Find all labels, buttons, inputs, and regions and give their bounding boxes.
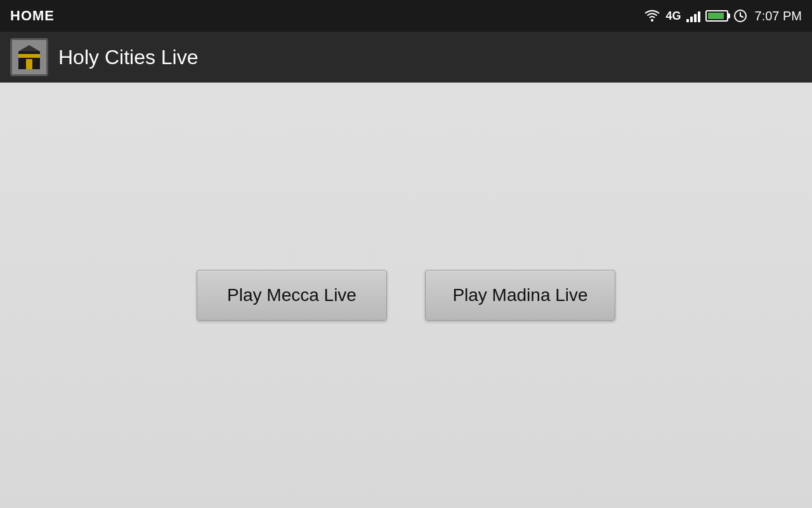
network-type-label: 4G [666, 10, 681, 23]
svg-rect-7 [26, 59, 32, 69]
app-title: Holy Cities Live [58, 46, 199, 69]
home-label: HOME [10, 8, 55, 24]
status-bar: HOME 4G [0, 0, 812, 32]
battery-icon [705, 10, 728, 22]
play-madina-button[interactable]: Play Madina Live [425, 270, 615, 321]
signal-bar-4 [698, 11, 700, 22]
wifi-icon [643, 9, 661, 23]
clock-icon [733, 9, 747, 23]
battery-body [705, 10, 728, 22]
status-icons: 4G 7:07 PM [643, 9, 802, 23]
battery-fill [708, 13, 724, 19]
signal-bar-2 [690, 17, 693, 22]
app-icon [10, 38, 48, 76]
main-content: Play Mecca Live Play Madina Live [0, 83, 812, 508]
svg-point-0 [651, 19, 653, 22]
signal-icon [686, 10, 700, 22]
svg-rect-6 [18, 54, 40, 58]
signal-bar-1 [686, 19, 689, 22]
svg-line-3 [740, 16, 743, 17]
time-display: 7:07 PM [755, 9, 802, 23]
signal-bar-3 [694, 14, 697, 22]
app-header: Holy Cities Live [0, 32, 812, 83]
play-mecca-button[interactable]: Play Mecca Live [197, 270, 387, 321]
